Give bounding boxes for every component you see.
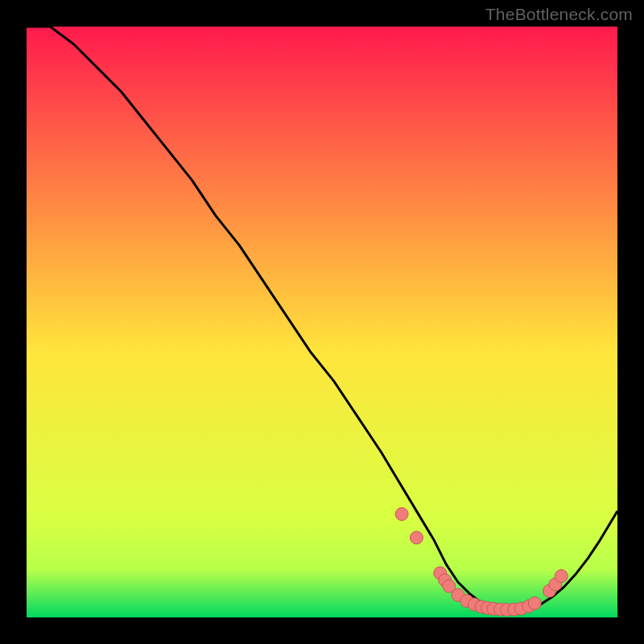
chart-stage: TheBottleneck.com <box>0 0 644 644</box>
curve-marker <box>410 531 423 544</box>
watermark-text: TheBottleneck.com <box>485 5 633 24</box>
bottleneck-chart <box>27 27 617 617</box>
curve-marker <box>528 597 541 609</box>
curve-marker <box>555 570 568 583</box>
curve-marker <box>395 508 408 521</box>
chart-background-gradient <box>27 27 617 617</box>
